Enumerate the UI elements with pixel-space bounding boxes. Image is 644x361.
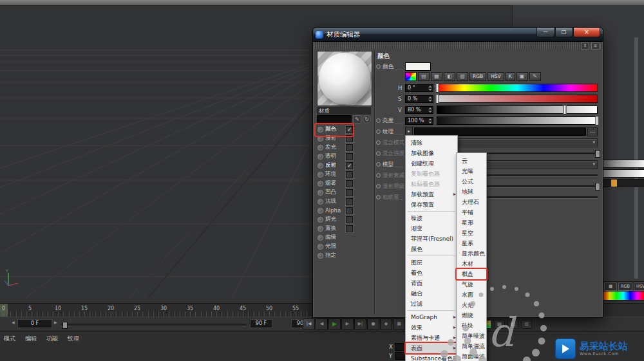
channel-item-5[interactable]: 环境: [316, 170, 372, 179]
surface-submenu-item-16[interactable]: 砖块: [457, 320, 486, 331]
channel-item-14[interactable]: 指定: [316, 251, 372, 260]
value-box[interactable]: 0 %: [405, 95, 433, 103]
channel-radio-icon[interactable]: [317, 172, 323, 178]
channel-item-13[interactable]: 光照: [316, 242, 372, 251]
channel-item-2[interactable]: 发光: [316, 143, 372, 152]
mode-button-k[interactable]: K: [506, 72, 515, 81]
current-frame-field[interactable]: 0 F: [17, 319, 52, 328]
texture-menu-item-23[interactable]: Substance着色器▸: [406, 353, 457, 361]
swatches-icon[interactable]: ▥: [457, 72, 468, 81]
goto-start-button[interactable]: |◀: [303, 319, 315, 330]
image-colors-icon[interactable]: ▦: [431, 72, 442, 81]
texture-menu-item-2[interactable]: 创建纹理: [406, 158, 457, 169]
surface-submenu-item-9[interactable]: 显示颜色: [457, 248, 486, 259]
texture-menu-item-14[interactable]: 着色: [406, 268, 457, 278]
channel-checkbox[interactable]: [346, 198, 353, 205]
close-button[interactable]: ×: [573, 28, 600, 37]
texture-menu-item-11[interactable]: 颜色: [406, 244, 457, 254]
minimize-button[interactable]: —: [536, 28, 554, 37]
channel-checkbox[interactable]: [346, 135, 353, 142]
layers-icon[interactable]: ▦: [494, 320, 505, 329]
slider-handle[interactable]: [564, 105, 567, 115]
texture-menu-item-19[interactable]: MoGraph▸: [406, 312, 457, 322]
channel-radio-icon[interactable]: [317, 181, 323, 187]
param-slider-handle[interactable]: [595, 183, 600, 190]
surface-submenu-item-18[interactable]: 简单湍流: [457, 341, 486, 351]
snap-icon[interactable]: ◧: [507, 320, 518, 329]
surface-submenu-item-10[interactable]: 木材: [457, 259, 486, 269]
brightness-track[interactable]: [437, 116, 598, 125]
channel-checkbox[interactable]: [346, 171, 353, 178]
channel-radio-icon[interactable]: [317, 199, 323, 205]
texture-menu-item-21[interactable]: 素描与卡通▸: [406, 333, 457, 343]
color-mixer-icon[interactable]: ◧: [444, 72, 455, 81]
channel-item-4[interactable]: 反射✓: [316, 161, 372, 170]
panel-splitter[interactable]: [374, 50, 375, 315]
texture-menu-item-6[interactable]: 保存预置: [406, 199, 457, 210]
record-button[interactable]: ●: [367, 319, 379, 330]
autokey-button[interactable]: ▦: [393, 319, 405, 330]
channel-checkbox[interactable]: [346, 207, 353, 214]
swatch-grid-button[interactable]: ▦: [604, 282, 617, 291]
channel-item-0[interactable]: 颜色✓: [316, 125, 372, 134]
texture-menu-item-9[interactable]: 渐变: [406, 223, 457, 234]
channel-item-9[interactable]: Alpha: [316, 206, 372, 215]
next-frame-button[interactable]: ▶: [341, 319, 354, 330]
channel-radio-icon[interactable]: [317, 163, 323, 169]
channel-radio-icon[interactable]: [317, 235, 323, 241]
channel-item-11[interactable]: 置换: [316, 224, 372, 233]
color-wheel-icon[interactable]: [405, 72, 417, 81]
material-name-field[interactable]: [317, 115, 352, 124]
end-frame-field[interactable]: 90 F: [250, 319, 272, 328]
texture-menu-item-13[interactable]: 图层: [406, 257, 457, 268]
channel-radio-icon[interactable]: [317, 208, 323, 214]
material-preview[interactable]: [317, 51, 372, 106]
panel-menu-icon[interactable]: ≡: [591, 42, 600, 50]
surface-submenu-item-17[interactable]: 简单噪波: [457, 331, 486, 341]
channel-radio-icon[interactable]: [317, 145, 323, 151]
surface-submenu-item-8[interactable]: 星系: [457, 238, 486, 248]
texture-menu-item-10[interactable]: 菲涅耳(Fresnel): [406, 234, 457, 244]
channel-checkbox[interactable]: [346, 216, 353, 223]
slider-track-s[interactable]: [437, 95, 598, 103]
texture-browse-button[interactable]: …: [587, 127, 598, 136]
channel-radio-icon[interactable]: [317, 253, 323, 259]
channel-item-3[interactable]: 透明: [316, 152, 372, 161]
surface-submenu-item-1[interactable]: 光曝: [457, 166, 486, 176]
bottom-menu-3[interactable]: 纹理: [68, 335, 79, 343]
channel-checkbox[interactable]: ✓: [346, 126, 353, 133]
window-titlebar[interactable]: 材质编辑器 — □ ×: [313, 28, 603, 42]
frame-decrement-arrow[interactable]: ◀: [12, 320, 15, 324]
spinner-arrows[interactable]: [428, 86, 432, 91]
bottom-menu-0[interactable]: 模式: [4, 335, 15, 343]
channel-radio-icon[interactable]: [317, 226, 323, 232]
channel-item-7[interactable]: 凹凸: [316, 188, 372, 197]
edge-gradient-bar-1[interactable]: [602, 160, 644, 168]
value-box[interactable]: 80 %: [405, 106, 433, 114]
texture-menu-item-1[interactable]: 加载图像: [406, 148, 457, 158]
surface-submenu-item-0[interactable]: 云: [457, 156, 486, 166]
surface-submenu-item-15[interactable]: 燃烧: [457, 310, 486, 320]
channel-checkbox[interactable]: ✓: [346, 162, 353, 169]
param-slider-handle[interactable]: [595, 150, 600, 158]
bottom-menu-2[interactable]: 功能: [46, 335, 58, 343]
surface-submenu-item-6[interactable]: 星形: [457, 218, 486, 228]
maximize-button[interactable]: □: [555, 28, 573, 37]
channel-item-1[interactable]: 漫射: [316, 134, 372, 143]
channel-checkbox[interactable]: [346, 189, 353, 196]
frame-increment-arrow[interactable]: ▶: [54, 320, 57, 324]
channel-item-8[interactable]: 法线: [316, 197, 372, 206]
texture-menu-item-22[interactable]: 表面▸: [406, 343, 457, 353]
value-box[interactable]: 100 %: [405, 117, 433, 125]
channel-radio-icon[interactable]: [317, 190, 323, 196]
surface-submenu-item-11[interactable]: 棋盘: [457, 269, 486, 279]
prev-frame-button[interactable]: ◀: [316, 319, 328, 330]
spinner-arrows[interactable]: [428, 97, 432, 102]
spinner-arrows[interactable]: [428, 107, 432, 113]
spectrum-icon[interactable]: ▤: [418, 72, 430, 81]
channel-item-12[interactable]: 编辑: [316, 233, 372, 242]
texture-menu-item-0[interactable]: 清除: [406, 138, 457, 148]
edit-name-icon[interactable]: ✎: [353, 115, 361, 124]
edge-gradient-bar-3[interactable]: [602, 179, 644, 187]
slider-track-h[interactable]: [437, 84, 598, 92]
